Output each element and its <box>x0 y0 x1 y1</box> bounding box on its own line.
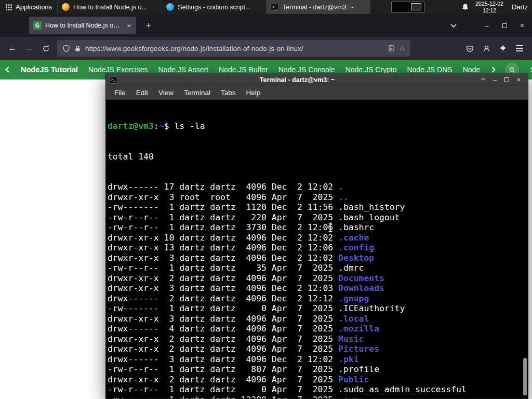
applications-grid-icon <box>5 4 12 11</box>
file-name: .. <box>338 192 349 202</box>
file-name: .gnupg <box>338 294 369 303</box>
browser-tab[interactable]: G How to Install Node.js on... × <box>29 17 136 34</box>
applications-label: Applications <box>16 3 52 11</box>
terminal-menu-edit[interactable]: Edit <box>131 89 153 97</box>
taskbar-title: Settings - codium script... <box>178 4 250 11</box>
terminal-output-line: drwxr-xr-x 2 dartz dartz 4096 Apr 7 2025… <box>108 344 528 354</box>
tab-close-icon[interactable]: × <box>126 22 132 30</box>
file-meta: -rw-r--r-- 1 dartz dartz 3730 Dec 2 12:0… <box>108 222 338 232</box>
terminal-output-line: drwx------ 17 dartz dartz 4096 Dec 2 12:… <box>108 182 528 192</box>
reader-mode-icon[interactable] <box>388 45 395 52</box>
terminal-menubar: FileEditViewTerminalTabsHelp <box>106 86 528 100</box>
account-icon[interactable] <box>478 40 495 57</box>
terminal-output-line: drwxr-xr-x 2 dartz dartz 4096 Apr 7 2025… <box>108 334 528 344</box>
reload-button[interactable] <box>37 40 54 57</box>
terminal-menu-view[interactable]: View <box>153 89 179 97</box>
nav-scroll-right-icon[interactable] <box>489 66 495 72</box>
terminal-menu-terminal[interactable]: Terminal <box>179 89 216 97</box>
file-meta: drwxr-xr-x 3 root root 4096 Apr 7 2025 <box>108 192 338 202</box>
forward-button[interactable]: → <box>21 40 37 57</box>
terminal-output-line: -rw------- 1 dartz dartz 12288 Apr 7 202… <box>108 395 528 399</box>
top-panel: Applications How to Install Node.js o...… <box>0 0 532 14</box>
taskbar-button-terminal[interactable]: >_ Terminal - dartz@vm3: ~ <box>266 0 370 14</box>
taskbar-button-codium[interactable]: Settings - codium script... <box>162 0 266 14</box>
terminal-menu-help[interactable]: Help <box>241 89 266 97</box>
workspace-1[interactable] <box>392 2 408 12</box>
terminal-maximize-button[interactable] <box>501 73 513 86</box>
file-name: Public <box>338 375 369 384</box>
file-meta: drwxr-xr-x 3 dartz dartz 4096 Apr 7 2025 <box>108 314 338 324</box>
file-meta: drwxr-xr-x 2 dartz dartz 4096 Apr 7 2025 <box>108 334 338 344</box>
list-all-tabs-icon[interactable] <box>445 14 462 37</box>
site-nav-item-primary[interactable]: NodeJS Tutorial <box>21 65 78 74</box>
terminal-minimize-button[interactable]: – <box>489 73 501 86</box>
terminal-output-line: -rw-r--r-- 1 dartz dartz 35 Apr 7 2025 .… <box>108 263 528 273</box>
file-meta: drwxr-xr-x 2 dartz dartz 4096 Apr 7 2025 <box>108 344 338 354</box>
prompt-dollar: $ <box>164 121 169 131</box>
nav-scroll-left-icon[interactable] <box>5 66 11 72</box>
file-meta: drwxr-xr-x 10 dartz dartz 4096 Dec 2 12:… <box>108 233 338 243</box>
terminal-output-line: drwxr-xr-x 3 dartz dartz 4096 Apr 7 2025… <box>108 314 528 324</box>
terminal-listing: drwx------ 17 dartz dartz 4096 Dec 2 12:… <box>108 182 528 398</box>
file-name: .profile <box>338 364 379 374</box>
lock-icon[interactable] <box>74 45 81 52</box>
file-meta: drwxr-xr-x 13 dartz dartz 4096 Dec 2 12:… <box>108 243 338 252</box>
clock-time: 12:12 <box>483 7 496 14</box>
terminal-output-line: drwxr-xr-x 3 root root 4096 Apr 7 2025 .… <box>108 192 528 203</box>
file-meta: -rw------- 1 dartz dartz 1120 Dec 2 11:5… <box>108 202 338 212</box>
terminal-window: >_ Terminal - dartz@vm3: ~ – × FileEditV… <box>105 73 528 399</box>
terminal-menu-tabs[interactable]: Tabs <box>216 89 241 97</box>
panel-clock[interactable]: 2025-12-02 12:12 <box>475 1 503 14</box>
new-tab-button[interactable]: + <box>141 18 156 33</box>
codium-icon <box>166 3 174 11</box>
terminal-output-line: -rw------- 1 dartz dartz 1120 Dec 2 11:5… <box>108 202 528 212</box>
terminal-close-button[interactable]: × <box>513 73 525 86</box>
file-name: . <box>338 182 343 192</box>
window-maximize-button[interactable] <box>496 14 513 37</box>
file-meta: -rw-r--r-- 1 dartz dartz 0 Apr 7 2025 <box>108 384 338 394</box>
terminal-scrollbar[interactable] <box>523 358 527 395</box>
file-name: .config <box>338 243 374 252</box>
back-button[interactable]: ← <box>4 40 21 57</box>
tracking-shield-icon[interactable] <box>62 45 70 52</box>
terminal-output-line: drwxr-xr-x 13 dartz dartz 4096 Dec 2 12:… <box>108 243 528 253</box>
pocket-icon[interactable] <box>461 40 478 57</box>
window-close-button[interactable]: × <box>513 14 531 37</box>
file-name: .mozilla <box>338 324 379 334</box>
gfg-favicon-icon: G <box>33 21 42 30</box>
mini-window-icon <box>411 3 421 10</box>
applications-menu-button[interactable]: Applications <box>0 0 57 14</box>
terminal-title: Terminal - dartz@vm3: ~ <box>117 76 477 84</box>
file-name: .bash_history <box>338 202 405 212</box>
terminal-output-line: drwxr-xr-x 2 dartz dartz 4096 Apr 7 2025… <box>108 375 528 385</box>
file-name: Music <box>338 334 364 344</box>
extensions-icon[interactable] <box>495 40 511 57</box>
terminal-menu-file[interactable]: File <box>109 89 131 97</box>
terminal-output-line: -rw-r--r-- 1 dartz dartz 807 Apr 7 2025 … <box>108 364 528 375</box>
bookmark-star-icon[interactable]: ☆ <box>399 45 405 52</box>
terminal-titlebar[interactable]: >_ Terminal - dartz@vm3: ~ – × <box>106 73 528 86</box>
terminal-output: dartz@vm3:~$ ls -la total 140 drwx------… <box>106 100 528 398</box>
workspace-switcher[interactable] <box>391 2 424 12</box>
menu-icon[interactable] <box>511 40 528 57</box>
file-meta: drwx------ 4 dartz dartz 4096 Apr 7 2025 <box>108 324 338 334</box>
file-name: .sudo_as_admin_successful <box>338 384 467 394</box>
taskbar-button-firefox[interactable]: How to Install Node.js o... <box>57 0 162 14</box>
prompt-user-host: dartz@vm3 <box>108 121 154 131</box>
file-meta: drwx------ 3 dartz dartz 4096 Dec 2 12:0… <box>108 354 338 364</box>
url-bar[interactable]: https://www.geeksforgeeks.org/node-js/in… <box>57 40 410 57</box>
file-name: .swp <box>338 395 358 399</box>
terminal-output-line: drwx------ 2 dartz dartz 4096 Dec 2 12:1… <box>108 294 528 304</box>
window-minimize-button[interactable]: – <box>478 14 496 37</box>
file-meta: -rw-r--r-- 1 dartz dartz 220 Apr 7 2025 <box>108 212 338 222</box>
file-name: Pictures <box>338 344 379 354</box>
terminal-app-icon: >_ <box>109 76 117 84</box>
terminal-output-line: drwxr-xr-x 3 dartz dartz 4096 Dec 2 12:0… <box>108 283 528 294</box>
tab-title: How to Install Node.js on... <box>45 22 122 29</box>
workspace-2[interactable] <box>408 2 424 12</box>
notifications-bell-icon[interactable] <box>461 3 469 11</box>
file-meta: drwxr-xr-x 2 dartz dartz 4096 Apr 7 2025 <box>108 273 338 283</box>
terminal-shade-button[interactable] <box>477 73 489 86</box>
taskbar-title: Terminal - dartz@vm3: ~ <box>283 4 354 11</box>
terminal-output-line: drwxr-xr-x 3 dartz dartz 4096 Dec 2 12:0… <box>108 253 528 263</box>
